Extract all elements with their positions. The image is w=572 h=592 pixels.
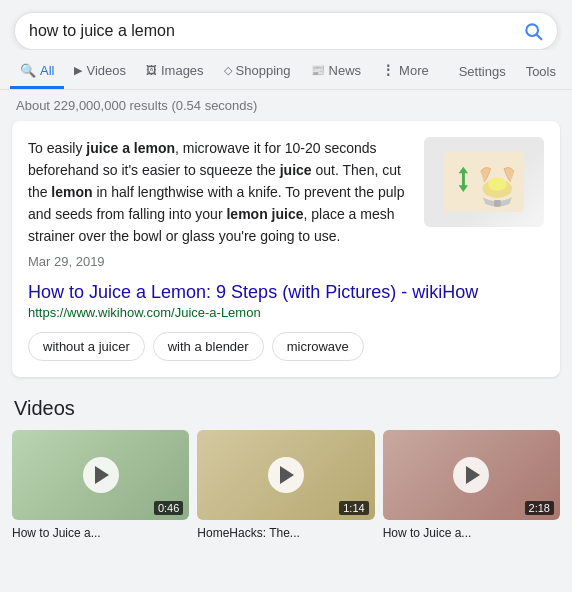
snippet-date: Mar 29, 2019 — [28, 252, 412, 273]
videos-icon: ▶ — [74, 64, 82, 77]
video-card-2[interactable]: 1:14 HomeHacks: The... — [197, 430, 374, 542]
news-icon: 📰 — [311, 64, 325, 77]
tab-images[interactable]: 🖼 Images — [136, 55, 214, 89]
snippet-illustration — [444, 142, 524, 222]
snippet-body: To easily juice a lemon, microwave it fo… — [28, 137, 544, 272]
search-icon — [523, 21, 543, 41]
nav-tabs: 🔍 All ▶ Videos 🖼 Images ◇ Shopping 📰 New… — [0, 50, 572, 90]
play-button-1 — [83, 457, 119, 493]
all-icon: 🔍 — [20, 63, 36, 78]
tab-news-label: News — [329, 63, 362, 78]
tag-without-juicer[interactable]: without a juicer — [28, 332, 145, 361]
video-duration-1: 0:46 — [154, 501, 183, 515]
video-thumb-1: 0:46 — [12, 430, 189, 520]
tab-news[interactable]: 📰 News — [301, 55, 372, 89]
results-count: About 229,000,000 results (0.54 seconds) — [0, 90, 572, 121]
tab-videos-label: Videos — [86, 63, 126, 78]
tab-all-label: All — [40, 63, 54, 78]
search-input[interactable] — [29, 22, 523, 40]
video-label-2: HomeHacks: The... — [197, 525, 374, 542]
play-arrow-icon-2 — [280, 466, 294, 484]
video-grid: 0:46 How to Juice a... 1:14 HomeHacks: T… — [12, 430, 560, 542]
videos-section: Videos 0:46 How to Juice a... 1:14 — [12, 389, 560, 542]
snippet-text: To easily juice a lemon, microwave it fo… — [28, 137, 412, 272]
play-arrow-icon-3 — [466, 466, 480, 484]
video-card-3[interactable]: 2:18 How to Juice a... — [383, 430, 560, 542]
svg-rect-5 — [494, 200, 501, 207]
main-content: To easily juice a lemon, microwave it fo… — [0, 121, 572, 554]
snippet-image-thumb — [424, 137, 544, 227]
snippet-image — [424, 137, 544, 272]
result-url: https://www.wikihow.com/Juice-a-Lemon — [28, 305, 544, 320]
tab-shopping[interactable]: ◇ Shopping — [214, 55, 301, 89]
search-button[interactable] — [523, 21, 543, 41]
tab-more[interactable]: ⋮ More — [371, 54, 439, 89]
featured-snippet: To easily juice a lemon, microwave it fo… — [12, 121, 560, 377]
tab-videos[interactable]: ▶ Videos — [64, 55, 136, 89]
play-arrow-icon-1 — [95, 466, 109, 484]
settings-link[interactable]: Settings — [453, 56, 512, 87]
tools-link[interactable]: Tools — [520, 56, 562, 87]
shopping-icon: ◇ — [224, 64, 232, 77]
search-bar — [14, 12, 558, 50]
video-duration-2: 1:14 — [339, 501, 368, 515]
tab-all[interactable]: 🔍 All — [10, 55, 64, 89]
tab-shopping-label: Shopping — [236, 63, 291, 78]
more-icon: ⋮ — [381, 62, 395, 78]
video-label-3: How to Juice a... — [383, 525, 560, 542]
videos-title: Videos — [12, 389, 560, 430]
tab-images-label: Images — [161, 63, 204, 78]
play-button-2 — [268, 457, 304, 493]
result-title[interactable]: How to Juice a Lemon: 9 Steps (with Pict… — [28, 282, 478, 302]
tab-more-label: More — [399, 63, 429, 78]
video-card-1[interactable]: 0:46 How to Juice a... — [12, 430, 189, 542]
svg-line-1 — [537, 35, 542, 40]
video-label-1: How to Juice a... — [12, 525, 189, 542]
search-bar-wrapper — [0, 0, 572, 50]
video-thumb-3: 2:18 — [383, 430, 560, 520]
tag-with-blender[interactable]: with a blender — [153, 332, 264, 361]
settings-tools: Settings Tools — [453, 56, 562, 87]
svg-point-4 — [488, 177, 507, 190]
snippet-link: How to Juice a Lemon: 9 Steps (with Pict… — [28, 282, 544, 320]
play-button-3 — [453, 457, 489, 493]
images-icon: 🖼 — [146, 64, 157, 76]
video-duration-3: 2:18 — [525, 501, 554, 515]
related-tags: without a juicer with a blender microwav… — [28, 332, 544, 361]
video-thumb-2: 1:14 — [197, 430, 374, 520]
tag-microwave[interactable]: microwave — [272, 332, 364, 361]
